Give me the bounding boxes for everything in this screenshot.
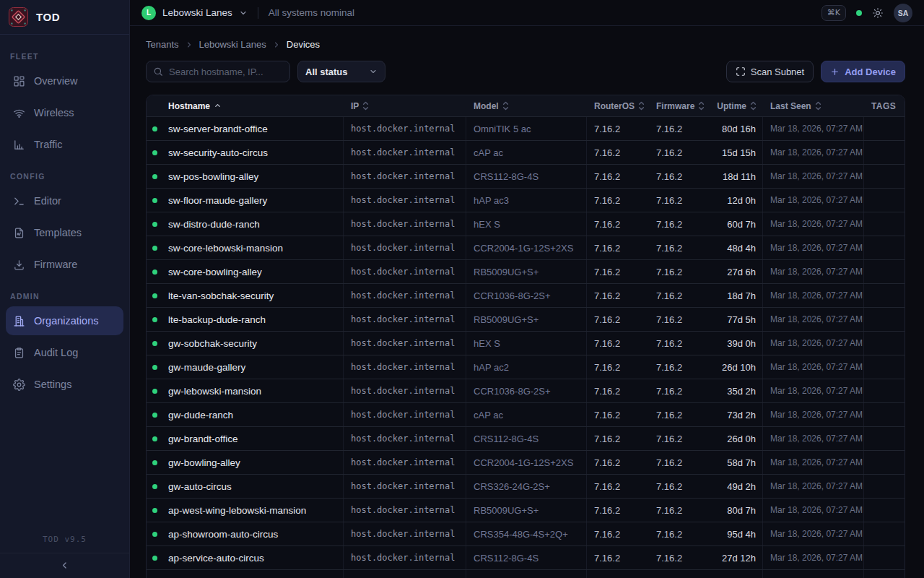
status-online-dot [152, 413, 157, 418]
cell-model: RB5009UG+S+ [466, 308, 587, 331]
system-status-text: All systems nominal [269, 7, 354, 18]
chevron-right-icon [272, 40, 281, 49]
cell-last_seen: Mar 18, 2026, 07:27 AM [763, 403, 864, 426]
cell-firmware: 7.16.2 [649, 236, 710, 259]
tod-diamond-logo-icon [9, 7, 28, 27]
table-row[interactable]: sw-pos-bowling-alleyhost.docker.internal… [147, 165, 905, 189]
sidebar: TOD FLEET Overview Wireless Traffic CONF… [0, 0, 130, 578]
column-header-uptime[interactable]: Uptime [710, 95, 763, 116]
cell-routeros: 7.16.2 [587, 427, 649, 450]
devices-table: Hostname IP Model RouterOS [146, 95, 905, 578]
cell-uptime: 35d 2h [710, 379, 763, 402]
sidebar-item-label: Settings [34, 379, 71, 390]
cell-last_seen: Mar 18, 2026, 07:27 AM [763, 427, 864, 450]
add-device-button[interactable]: Add Device [821, 61, 905, 82]
plus-icon [830, 67, 840, 77]
column-label: Firmware [656, 101, 694, 111]
table-row[interactable]: sw-server-brandt-officehost.docker.inter… [147, 117, 905, 141]
cell-uptime: 48d 4h [710, 236, 763, 259]
cell-tags [864, 379, 905, 402]
scan-subnet-button[interactable]: Scan Subnet [726, 61, 814, 82]
cell-firmware: 7.16.2 [649, 165, 710, 188]
cell-model: OmniTIK 5 ac [466, 117, 587, 140]
cell-routeros: 7.16.2 [587, 332, 649, 355]
cell-hostname: lte-backup-dude-ranch [168, 308, 344, 331]
sidebar-item-audit-log[interactable]: Audit Log [6, 338, 123, 367]
cell-last_seen: Mar 18, 2026, 07:27 AM [763, 499, 864, 522]
column-label: Hostname [168, 101, 210, 111]
table-row[interactable]: sw-distro-dude-ranchhost.docker.internal… [147, 212, 905, 236]
table-row[interactable]: gw-dude-ranchhost.docker.internalcAP ac7… [147, 403, 905, 427]
cell-last_seen: Mar 18, 2026, 07:27 AM [763, 189, 864, 212]
cell-uptime: 27d 12h [710, 546, 763, 569]
breadcrumb-tenants[interactable]: Tenants [146, 39, 179, 50]
table-row[interactable]: sw-core-bowling-alleyhost.docker.interna… [147, 260, 905, 284]
cell-ip: host.docker.internal [344, 546, 466, 569]
sidebar-item-overview[interactable]: Overview [6, 66, 123, 95]
sidebar-item-label: Firmware [34, 259, 77, 270]
sidebar-item-settings[interactable]: Settings [6, 370, 123, 399]
table-row[interactable]: gw-auto-circushost.docker.internalCRS326… [147, 475, 905, 499]
table-row[interactable]: sw-security-auto-circushost.docker.inter… [147, 141, 905, 165]
table-row[interactable]: ap-west-wing-lebowski-mansionhost.docker… [147, 499, 905, 522]
cell-status [147, 189, 168, 212]
table-row[interactable]: gw-bowling-alleyhost.docker.internalCCR2… [147, 451, 905, 475]
table-row[interactable]: gw-sobchak-securityhost.docker.internalh… [147, 332, 905, 355]
cell-model: CRS112-8G-4S [466, 546, 587, 569]
cell-routeros: 7.16.2 [587, 522, 649, 545]
table-row[interactable]: gw-maude-galleryhost.docker.internalhAP … [147, 355, 905, 379]
column-header-firmware[interactable]: Firmware [649, 95, 710, 116]
sidebar-item-label: Audit Log [34, 347, 78, 358]
column-header-last-seen[interactable]: Last Seen [763, 95, 864, 116]
table-row[interactable]: gw-brandt-officehost.docker.internalCRS1… [147, 427, 905, 451]
status-online-dot [152, 341, 157, 346]
column-header-model[interactable]: Model [466, 95, 587, 116]
cell-tags [864, 284, 905, 307]
tenant-switcher[interactable]: L Lebowski Lanes [141, 6, 248, 20]
sidebar-item-label: Wireless [34, 107, 74, 118]
table-row[interactable]: ap-service-auto-circushost.docker.intern… [147, 546, 905, 570]
table-row[interactable]: lte-van-sobchak-securityhost.docker.inte… [147, 284, 905, 308]
status-filter-select[interactable]: All status [297, 61, 385, 82]
content-area: L Lebowski Lanes All systems nominal ⌘K … [130, 0, 924, 578]
search-input[interactable] [146, 61, 290, 82]
cell-routeros: 7.16.2 [587, 308, 649, 331]
user-avatar[interactable]: SA [894, 4, 912, 22]
table-row[interactable]: ap-showroom-auto-circushost.docker.inter… [147, 522, 905, 546]
cell-last_seen: Mar 18, 2026, 07:27 AM [763, 165, 864, 188]
sidebar-item-editor[interactable]: Editor [6, 186, 123, 215]
table-row[interactable]: sw-core-lebowski-mansionhost.docker.inte… [147, 236, 905, 260]
column-header-hostname[interactable]: Hostname [168, 95, 344, 116]
sidebar-item-templates[interactable]: Templates [6, 218, 123, 247]
cell-hostname: sw-server-brandt-office [168, 117, 344, 140]
cell-routeros: 7.16.2 [587, 117, 649, 140]
breadcrumb: Tenants Lebowski Lanes Devices [146, 39, 905, 50]
column-header-routeros[interactable]: RouterOS [587, 95, 649, 116]
sidebar-item-organizations[interactable]: Organizations [6, 306, 123, 335]
cell-ip: host.docker.internal [344, 403, 466, 426]
breadcrumb-tenant-name[interactable]: Lebowski Lanes [199, 39, 266, 50]
topbar: L Lebowski Lanes All systems nominal ⌘K … [130, 0, 924, 26]
command-palette-shortcut[interactable]: ⌘K [821, 5, 846, 21]
table-row[interactable]: gw-lebowski-mansionhost.docker.internalC… [147, 379, 905, 403]
sidebar-item-wireless[interactable]: Wireless [6, 98, 123, 127]
bar-chart-icon [13, 139, 25, 151]
table-row[interactable]: sw-floor-maude-galleryhost.docker.intern… [147, 189, 905, 212]
cell-hostname: lte-van-sobchak-security [168, 284, 344, 307]
sidebar-collapse-button[interactable] [59, 560, 70, 571]
table-row[interactable]: lte-backup-dude-ranchhost.docker.interna… [147, 308, 905, 332]
brand-name: TOD [36, 11, 60, 23]
sidebar-item-firmware[interactable]: Firmware [6, 250, 123, 279]
cell-last_seen: Mar 18, 2026, 07:27 AM [763, 260, 864, 283]
cell-model: cAP ac [466, 141, 587, 164]
cell-firmware: 7.16.2 [649, 117, 710, 140]
cell-status [147, 308, 168, 331]
theme-toggle-button[interactable] [872, 7, 884, 19]
chevron-left-icon [59, 560, 70, 571]
sidebar-item-traffic[interactable]: Traffic [6, 130, 123, 159]
scan-subnet-label: Scan Subnet [751, 66, 804, 77]
column-label: Uptime [717, 101, 746, 111]
status-online-dot [152, 556, 157, 561]
column-header-ip[interactable]: IP [344, 95, 466, 116]
status-online-dot [152, 198, 157, 203]
